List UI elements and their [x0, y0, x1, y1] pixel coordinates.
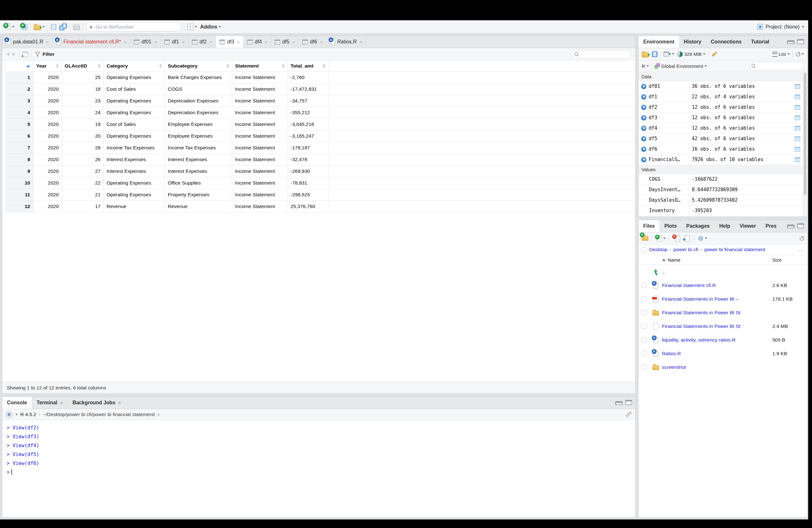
console-tab-background-jobs[interactable]: Background Jobs×	[68, 397, 126, 409]
file-name-link[interactable]: Financial Statements in Power BI St	[662, 310, 772, 316]
console-tab-console[interactable]: Console	[2, 397, 32, 409]
save-button[interactable]	[51, 24, 56, 30]
column-header-category[interactable]: Category	[104, 61, 165, 71]
memory-usage-button[interactable]: 328 MiB	[677, 52, 706, 57]
table-search-input[interactable]	[581, 52, 628, 57]
close-icon[interactable]: ×	[264, 39, 267, 45]
filter-button[interactable]: Filter	[35, 52, 55, 57]
source-tab-df01[interactable]: df01×	[130, 36, 161, 48]
files-tab-help[interactable]: Help	[714, 220, 735, 232]
expand-icon[interactable]	[641, 126, 647, 131]
environment-scrollbar[interactable]	[803, 72, 807, 217]
expand-icon[interactable]	[641, 94, 647, 100]
list-view-button[interactable]: List	[772, 52, 790, 57]
view-table-icon[interactable]	[795, 115, 800, 120]
save-workspace-icon[interactable]	[652, 52, 657, 57]
import-dataset-button[interactable]	[664, 52, 675, 57]
view-table-icon[interactable]	[795, 136, 800, 141]
new-file-button[interactable]: +	[4, 24, 15, 30]
breadcrumb-home-box[interactable]	[642, 247, 647, 252]
column-header-total_amt[interactable]: Total_amt	[288, 61, 329, 71]
close-icon[interactable]: ×	[359, 39, 362, 45]
file-checkbox[interactable]	[642, 364, 647, 370]
console-prompt-line[interactable]: >	[7, 468, 635, 476]
open-in-new-window-icon[interactable]	[22, 52, 28, 57]
breadcrumb-link[interactable]: power bi financial statement	[705, 247, 765, 252]
maximize-icon[interactable]	[797, 223, 804, 228]
copy-move-button[interactable]	[683, 235, 691, 241]
source-tab-df5[interactable]: df5×	[271, 36, 299, 48]
name-column-header[interactable]: Name	[638, 257, 680, 263]
minimize-icon[interactable]	[787, 40, 795, 44]
source-tab-df4[interactable]: df4×	[244, 36, 271, 48]
environment-tab-connections[interactable]: Connections	[706, 36, 746, 48]
view-table-icon[interactable]	[795, 94, 800, 99]
close-icon[interactable]: ×	[154, 39, 157, 45]
console-body[interactable]: > View(df2)> View(df3)> View(df4)> View(…	[2, 420, 635, 517]
close-icon[interactable]: ×	[182, 39, 185, 45]
minimize-icon[interactable]	[787, 224, 795, 228]
source-tab-df2[interactable]: df2×	[188, 36, 216, 48]
view-table-icon[interactable]	[795, 126, 800, 131]
file-checkbox[interactable]	[642, 282, 647, 288]
goto-directory-icon[interactable]	[157, 413, 161, 417]
source-tab-pak-data01-r[interactable]: Rpak.data01.R×	[2, 36, 53, 48]
file-name-link[interactable]: Financial Statements in Power BI St	[662, 323, 772, 329]
addins-menu[interactable]: Addins	[200, 24, 221, 30]
breadcrumb-link[interactable]: power bi cfi	[673, 247, 698, 252]
size-column-header[interactable]: Size	[772, 257, 807, 263]
column-header-year[interactable]: Year	[33, 61, 62, 71]
environment-search[interactable]	[749, 62, 804, 70]
file-name-link[interactable]: ..	[662, 269, 772, 275]
close-icon[interactable]: ×	[292, 39, 295, 45]
column-header-statement[interactable]: Statement	[232, 61, 288, 71]
clear-environment-button[interactable]	[711, 52, 718, 57]
file-checkbox[interactable]	[642, 310, 647, 315]
save-all-button[interactable]	[59, 24, 67, 30]
new-project-button[interactable]: R+	[20, 24, 28, 30]
expand-icon[interactable]	[641, 136, 647, 142]
expand-icon[interactable]	[641, 147, 647, 152]
expand-icon[interactable]	[641, 157, 647, 162]
files-tab-pres[interactable]: Pres	[760, 220, 781, 232]
chevron-down-icon[interactable]	[15, 414, 18, 415]
scrollbar-thumb[interactable]	[804, 73, 806, 195]
column-header-subcategory[interactable]: Subcategory	[165, 61, 232, 71]
file-name-link[interactable]: Financial statement cfi.R	[662, 282, 772, 288]
language-selector[interactable]: R	[642, 63, 649, 69]
source-tab-ratios-r[interactable]: RRatios.R×	[327, 36, 366, 48]
close-icon[interactable]: ×	[209, 39, 212, 45]
go-to-file-input[interactable]: Go to file/function	[86, 22, 181, 31]
breadcrumb-link[interactable]: Desktop	[649, 247, 667, 252]
view-table-icon[interactable]	[795, 105, 800, 110]
expand-icon[interactable]	[641, 115, 647, 120]
view-table-icon[interactable]	[795, 147, 800, 151]
files-tab-files[interactable]: Files	[638, 220, 659, 232]
close-icon[interactable]: ×	[118, 400, 121, 406]
close-icon[interactable]: ×	[320, 39, 322, 45]
open-file-button[interactable]	[34, 24, 45, 30]
expand-icon[interactable]	[641, 105, 647, 110]
close-icon[interactable]: ×	[237, 39, 240, 45]
panes-layout-button[interactable]	[187, 24, 197, 30]
source-tab-financial-statement-cfi-r-[interactable]: RFinancial statement cfi.R*×	[53, 36, 130, 48]
view-table-icon[interactable]	[795, 84, 800, 89]
environment-tab-environment[interactable]: Environment	[638, 36, 679, 48]
file-name-link[interactable]: liquidity, activity, solvency ratios.R	[662, 337, 772, 343]
file-checkbox[interactable]	[642, 296, 647, 302]
r-logo-icon[interactable]: R	[5, 411, 13, 418]
expand-icon[interactable]	[641, 84, 647, 89]
source-tab-df6[interactable]: df6×	[299, 36, 327, 48]
file-checkbox[interactable]	[642, 337, 647, 342]
delete-file-button[interactable]: ×	[673, 235, 680, 241]
environment-tab-tutorial[interactable]: Tutorial	[746, 36, 774, 48]
column-header-glacctid[interactable]: GLAcctID	[62, 61, 104, 71]
file-checkbox[interactable]	[642, 351, 647, 356]
refresh-environment-button[interactable]	[796, 52, 804, 56]
file-checkbox[interactable]	[642, 323, 647, 329]
breadcrumb-more-button[interactable]: ...	[798, 247, 804, 252]
files-tab-viewer[interactable]: Viewer	[735, 220, 760, 232]
close-icon[interactable]: ×	[124, 39, 127, 45]
environment-tab-history[interactable]: History	[679, 36, 706, 48]
files-tab-plots[interactable]: Plots	[659, 220, 681, 232]
